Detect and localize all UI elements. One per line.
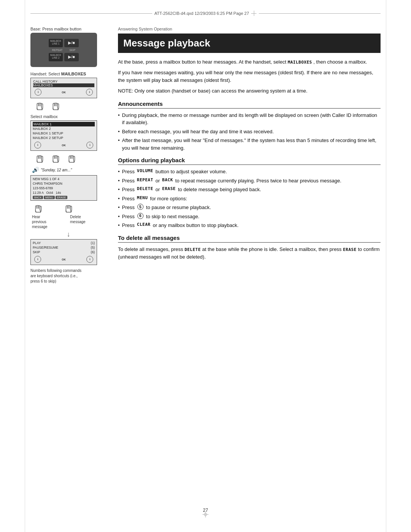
menu-btn[interactable]: MENU bbox=[44, 196, 55, 199]
page-title: Message playback bbox=[118, 34, 381, 53]
screen-icon-row-mb: ℹ OK ℹ bbox=[33, 141, 95, 149]
play-left-btn[interactable]: ℹ bbox=[34, 256, 41, 263]
msg-row-2: CHRIS THOMPSON bbox=[33, 181, 95, 186]
screen-row-mailboxes: MAILBOXES bbox=[33, 83, 94, 87]
margin-line-right bbox=[386, 0, 386, 532]
hand-icon-6 bbox=[32, 202, 43, 214]
ok-btn-1[interactable]: OK bbox=[62, 91, 66, 94]
hand-icon-7 bbox=[62, 202, 74, 214]
announcements-item-2: Before each message, you will hear the d… bbox=[118, 128, 381, 136]
options-item-3: Press DELETE or ERASE to delete message … bbox=[118, 186, 381, 193]
play-screen: PLAY(1) PAUSE/RESUME(5) SKIP(6) ℹ OK ℹ bbox=[30, 239, 97, 265]
select-mailbox-label: Select mailbox bbox=[30, 114, 107, 119]
announcements-item-1: During playback, the memo or message num… bbox=[118, 112, 381, 126]
call-history-screen: CALL HISTORY MAILBOXES ℹ OK ℹ bbox=[30, 78, 97, 98]
play-row-3: SKIP(6) bbox=[33, 250, 95, 254]
play-row-2: PAUSE/RESUME(5) bbox=[33, 245, 95, 250]
hand-icon-2 bbox=[49, 100, 61, 111]
play-row-1: PLAY(1) bbox=[33, 241, 95, 245]
left-circle-btn[interactable]: ℹ bbox=[35, 89, 41, 96]
hand-icon-4 bbox=[49, 152, 61, 164]
circled-5: 5 bbox=[137, 204, 143, 210]
announcements-item-3: After the last message, you will hear "E… bbox=[118, 137, 381, 152]
msg-row-1: NEW MSG 1 OF 4 bbox=[33, 177, 95, 181]
bottom-crosshair-icon bbox=[202, 511, 209, 518]
intro-para-2: If you have new messages waiting, you wi… bbox=[118, 69, 381, 84]
audio-quote: "Sunday, 12 am..." bbox=[41, 168, 72, 172]
play-ok-row: ℹ OK ℹ bbox=[33, 255, 95, 264]
section-tag: Answering System Operation bbox=[118, 27, 381, 31]
audio-icon-row: 🔊 "Sunday, 12 am..." bbox=[32, 167, 107, 173]
right-column: Answering System Operation Message playb… bbox=[118, 27, 381, 264]
mailbox-row-1: MAILBOX 1 bbox=[33, 122, 95, 126]
mb-right-btn[interactable]: ℹ bbox=[86, 142, 93, 149]
left-column: Base: Press mailbox button MAILBOXLINE 1… bbox=[30, 27, 107, 284]
right-circle-btn[interactable]: ℹ bbox=[86, 89, 93, 96]
play-right-btn[interactable]: ℹ bbox=[86, 256, 93, 263]
back-btn[interactable]: BACK bbox=[33, 196, 43, 199]
screen-icon-row-1: ℹ OK ℹ bbox=[33, 88, 94, 96]
mailbox-row-4: MAILBOX 2 SETUP bbox=[33, 136, 95, 140]
options-list: Press VOLUME button to adjust speaker vo… bbox=[118, 168, 381, 229]
options-item-7: Press CLEAR or any mailbox button to sto… bbox=[118, 222, 381, 229]
options-item-1: Press VOLUME button to adjust speaker vo… bbox=[118, 168, 381, 176]
hear-previous-caption: Hear previous message bbox=[32, 214, 55, 229]
hand-icon-5 bbox=[65, 152, 77, 164]
hand-row-2 bbox=[33, 152, 107, 164]
notes-text: Numbers following commands are keyboard … bbox=[30, 268, 107, 284]
circled-6: 6 bbox=[137, 213, 143, 219]
announcements-heading: Announcements bbox=[118, 101, 381, 109]
delete-message-caption: Delete message bbox=[70, 214, 93, 229]
base-device-image: MAILBOXLINE 1 ▶/■ REPEATSKIP MAILBOXLINE… bbox=[30, 33, 97, 67]
mailbox-row-2: MAILBOX 2 bbox=[33, 126, 95, 131]
screen-row-call-history: CALL HISTORY bbox=[33, 80, 94, 83]
options-item-2: Press REPEAT or BACK to repeat message c… bbox=[118, 177, 381, 185]
base-label: Base: Press mailbox button bbox=[30, 27, 107, 31]
header-text: ATT-2562CIB-d4.qxd 12/29/2003 6:25 PM Pa… bbox=[155, 11, 249, 16]
play-ok-btn[interactable]: OK bbox=[62, 258, 66, 261]
arrow-down-icon: ↓ bbox=[30, 231, 107, 238]
options-item-6: Press 6 to skip to next message. bbox=[118, 213, 381, 220]
intro-para-1: At the base, press a mailbox button to h… bbox=[118, 58, 381, 66]
options-heading: Options during playback bbox=[118, 157, 381, 165]
page-header: ATT-2562CIB-d4.qxd 12/29/2003 6:25 PM Pa… bbox=[30, 11, 381, 16]
msg-row-3: 123-555-6789 bbox=[33, 186, 95, 190]
delete-all-heading: To delete all messages bbox=[118, 235, 381, 243]
mb-left-btn[interactable]: ℹ bbox=[34, 142, 41, 149]
hand-row-1 bbox=[33, 100, 107, 111]
intro-para-3: NOTE: Only one station (handset or base)… bbox=[118, 87, 381, 95]
announcements-list: During playback, the memo or message num… bbox=[118, 112, 381, 152]
hand-row-3 bbox=[32, 202, 107, 214]
crosshair-icon bbox=[251, 11, 256, 16]
erase-btn[interactable]: ERASE bbox=[56, 196, 68, 199]
msg-row-4: 11:29 A Oct4 14s bbox=[33, 190, 95, 195]
mailbox-screen: MAILBOX 1 MAILBOX 2 MAILBOX 1 SETUP MAIL… bbox=[30, 120, 97, 151]
handset-label: Handset: Select MAILBOXES bbox=[30, 72, 107, 76]
options-item-4: Press MENU for more options: bbox=[118, 195, 381, 203]
msg-btn-row: BACK MENU ERASE bbox=[33, 196, 95, 199]
margin-line-left bbox=[25, 0, 25, 532]
hand-icon-1 bbox=[33, 100, 45, 111]
message-screen: NEW MSG 1 OF 4 CHRIS THOMPSON 123-555-67… bbox=[30, 175, 97, 201]
speaker-icon: 🔊 bbox=[32, 167, 38, 173]
delete-all-body: To delete all messages, press DELETE at … bbox=[118, 246, 381, 261]
mailbox-row-3: MAILBOX 1 SETUP bbox=[33, 131, 95, 136]
caption-row: Hear previous message Delete message bbox=[32, 214, 107, 229]
spacer bbox=[47, 202, 59, 214]
hand-icon-3 bbox=[33, 152, 45, 164]
mb-ok-btn[interactable]: OK bbox=[62, 144, 66, 147]
options-item-5: Press 5 to pause or resume playback. bbox=[118, 204, 381, 211]
